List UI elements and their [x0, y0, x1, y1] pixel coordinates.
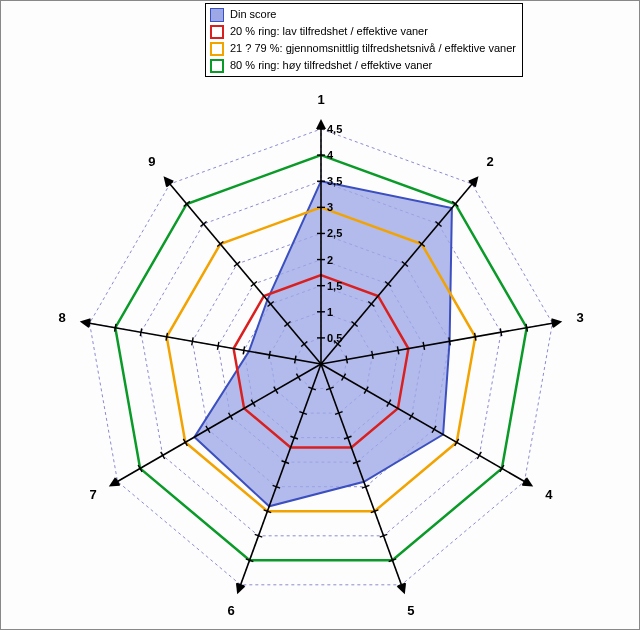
category-label: 7: [90, 487, 97, 502]
axis-arrow: [552, 318, 563, 328]
axis-tick: [217, 342, 218, 350]
radial-tick-label: 1,5: [327, 280, 342, 292]
category-label: 6: [227, 603, 234, 618]
category-label: 1: [317, 92, 324, 107]
axis-arrow: [80, 318, 91, 328]
category-label: 5: [407, 603, 414, 618]
category-label: 2: [486, 154, 493, 169]
axis-arrow: [316, 119, 326, 129]
radial-tick-label: 3: [327, 201, 333, 213]
category-label: 9: [148, 154, 155, 169]
radial-tick-label: 0,5: [327, 332, 342, 344]
radar-chart-frame: Din score 20 % ring: lav tilfredshet / e…: [0, 0, 640, 630]
radial-tick-label: 1: [327, 306, 333, 318]
category-label: 8: [58, 310, 65, 325]
radial-tick-label: 4: [327, 149, 334, 161]
radial-tick-label: 3,5: [327, 175, 342, 187]
radial-tick-label: 4,5: [327, 123, 342, 135]
category-label: 3: [576, 310, 583, 325]
series-score-area: [194, 181, 452, 506]
radial-tick-label: 2: [327, 254, 333, 266]
radial-tick-label: 2,5: [327, 227, 342, 239]
category-label: 4: [545, 487, 553, 502]
radar-chart: 1234567890,511,522,533,544,5: [1, 1, 640, 630]
axis-tick: [192, 337, 193, 345]
